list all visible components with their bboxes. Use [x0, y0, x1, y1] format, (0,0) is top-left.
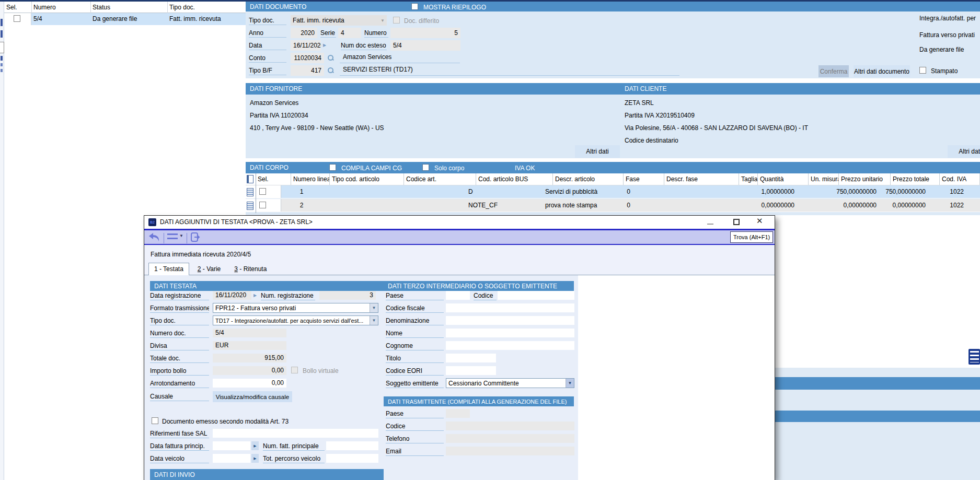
causale-button[interactable]: Visualizza/modifica causale — [213, 391, 292, 402]
data-field[interactable]: 16/11/2020 — [291, 40, 321, 51]
formato-trasmissione-dropdown[interactable]: FPR12 - Fattura verso privati ▼ — [213, 303, 378, 313]
corpo-column-header[interactable]: Cod. articolo BUS — [476, 173, 553, 185]
row-select-checkbox[interactable] — [259, 202, 266, 208]
corpo-column-header[interactable]: Descr. articolo — [553, 173, 624, 185]
date-picker-icon[interactable]: ▶ — [251, 441, 259, 450]
list-panel-icon[interactable] — [969, 349, 980, 365]
data-fattura-princip-field[interactable] — [213, 441, 250, 450]
table-view-icon[interactable] — [247, 175, 253, 183]
cognome-label: Cognome — [386, 342, 444, 350]
corpo-column-header[interactable]: Fase — [624, 173, 664, 185]
mostra-riepilogo-checkbox[interactable] — [411, 3, 418, 10]
column-header-tipodoc[interactable]: Tipo doc. — [169, 4, 195, 11]
riferimenti-fase-sal-field[interactable] — [213, 429, 378, 438]
terzo-codice-field[interactable] — [498, 291, 574, 300]
art73-checkbox[interactable] — [152, 417, 158, 424]
anno-field[interactable]: 2020 — [291, 28, 317, 38]
date-expand-icon[interactable]: ▶ — [323, 41, 326, 50]
compila-campi-cg-checkbox[interactable] — [329, 164, 336, 171]
codice-fiscale-field[interactable] — [446, 303, 574, 312]
trova-button[interactable]: Trova (Alt+F1) — [730, 231, 773, 243]
corpo-column-header[interactable]: Un. misura — [809, 173, 839, 185]
corpo-column-header[interactable]: Codice art. — [404, 173, 476, 185]
email-label: Email — [386, 447, 444, 456]
conferma-button[interactable]: Conferma — [818, 65, 849, 77]
altri-dati-documento-button[interactable]: Altri dati documento — [854, 65, 910, 77]
bollo-virtuale-checkbox[interactable] — [291, 367, 298, 373]
tipo-doc-dropdown[interactable]: TD17 - Integrazione/autofatt. per acquis… — [213, 315, 378, 325]
tipo-doc-dropdown[interactable]: Fatt. imm. ricevuta ▼ — [291, 15, 387, 26]
corpo-column-header[interactable]: Descr. fase — [664, 173, 739, 185]
tipo-bf-field[interactable]: 417 — [291, 65, 324, 76]
tot-percorso-veicolo-field[interactable] — [326, 454, 378, 463]
denominazione-field[interactable] — [446, 316, 574, 325]
row-detail-icon[interactable] — [247, 188, 253, 196]
document-list-row[interactable]: 5/4 Da generare file Fatt. imm. ricevuta — [4, 13, 246, 25]
fornitore-altri-dati-button[interactable]: Altri dati — [575, 145, 620, 158]
importo-bollo-field[interactable]: 0,00 — [213, 366, 286, 375]
trasm-codice-field[interactable] — [446, 422, 574, 430]
dialog-title: DATI AGGIUNTIVI DI TESTATA <PROVA - ZETA… — [160, 218, 313, 226]
stampato-checkbox[interactable] — [919, 67, 926, 74]
column-header-numero[interactable]: Numero — [33, 4, 56, 11]
menu-icon[interactable] — [167, 233, 178, 241]
terzo-paese-field[interactable] — [446, 291, 470, 300]
corpo-column-header[interactable]: Prezzo totale — [891, 173, 940, 185]
titolo-field[interactable] — [446, 354, 496, 362]
corpo-column-header[interactable]: Quantità — [758, 173, 809, 185]
corpo-column-header[interactable]: Sel. — [256, 173, 291, 185]
email-field[interactable] — [446, 447, 574, 455]
cliente-altri-dati-button[interactable]: Altri dati — [948, 145, 980, 158]
solo-corpo-checkbox[interactable] — [422, 164, 429, 171]
arrotondamento-field[interactable]: 0,00 — [213, 379, 286, 388]
numero-field[interactable]: 5 — [390, 28, 460, 38]
serie-field[interactable]: 4 — [338, 28, 361, 38]
tab-varie[interactable]: 2 - Varie — [192, 263, 226, 276]
column-header-status[interactable]: Status — [93, 4, 110, 11]
cognome-field[interactable] — [446, 341, 574, 350]
corpo-table-row[interactable]: 1DServizi di pubblcità01,00000000750,000… — [246, 185, 980, 198]
corpo-cell — [799, 185, 829, 198]
divisa-field[interactable]: EUR — [213, 341, 286, 350]
search-icon[interactable] — [327, 67, 334, 74]
status-flag: Integra./autofatt. per — [919, 15, 976, 22]
date-picker-icon[interactable]: ▶ — [251, 454, 259, 463]
date-expand-icon[interactable]: ▶ — [253, 291, 257, 300]
row-select-checkbox[interactable] — [259, 188, 266, 195]
data-registrazione-field[interactable]: 16/11/2020 — [213, 291, 251, 300]
numero-doc-field[interactable]: 5/4 — [213, 329, 286, 337]
data-veicolo-field[interactable] — [213, 454, 250, 463]
maximize-button[interactable] — [733, 219, 740, 225]
trasm-paese-field[interactable] — [446, 409, 470, 418]
num-doc-esteso-field[interactable]: 5/4 — [390, 40, 460, 51]
corpo-column-header[interactable]: Prezzo unitario — [839, 173, 891, 185]
column-header-sel[interactable]: Sel. — [6, 4, 17, 11]
menu-caret-icon[interactable]: ▼ — [179, 233, 183, 238]
minimize-button[interactable] — [707, 224, 713, 225]
close-button[interactable]: ✕ — [756, 216, 763, 226]
row-detail-icon[interactable] — [247, 202, 253, 210]
num-fatt-principale-field[interactable] — [326, 441, 378, 450]
search-icon[interactable] — [327, 54, 334, 61]
conto-field[interactable]: 11020034 — [291, 53, 324, 63]
corpo-column-header[interactable]: Numero linea — [291, 173, 330, 185]
toolbar-separator — [164, 233, 164, 243]
corpo-column-header[interactable]: Cod. IVA — [940, 173, 980, 185]
tab-ritenuta[interactable]: 3 - Ritenuta — [229, 263, 272, 276]
doc-differito-checkbox[interactable] — [393, 17, 400, 24]
totale-doc-field[interactable]: 915,00 — [213, 354, 286, 362]
corpo-column-header[interactable]: Taglia — [739, 173, 758, 185]
codice-eori-field[interactable] — [446, 366, 496, 375]
exit-icon[interactable] — [190, 232, 202, 242]
nome-field[interactable] — [446, 329, 574, 337]
corpo-column-header[interactable]: Tipo cod. articolo — [330, 173, 404, 185]
left-edge-strip — [0, 2, 4, 480]
num-registrazione-field[interactable]: 3 — [319, 291, 376, 300]
row-select-checkbox[interactable] — [14, 15, 20, 22]
back-icon[interactable] — [148, 232, 160, 242]
dialog-titlebar[interactable]: B2 DATI AGGIUNTIVI DI TESTATA <PROVA - Z… — [144, 216, 775, 229]
soggetto-emittente-dropdown[interactable]: Cessionario Committente ▼ — [446, 378, 574, 388]
corpo-table-row[interactable]: 2NOTE_CFprova note stampa00,000000000,00… — [246, 199, 980, 212]
tab-testata[interactable]: 1 - Testata — [148, 263, 189, 275]
telefono-field[interactable] — [446, 434, 574, 443]
